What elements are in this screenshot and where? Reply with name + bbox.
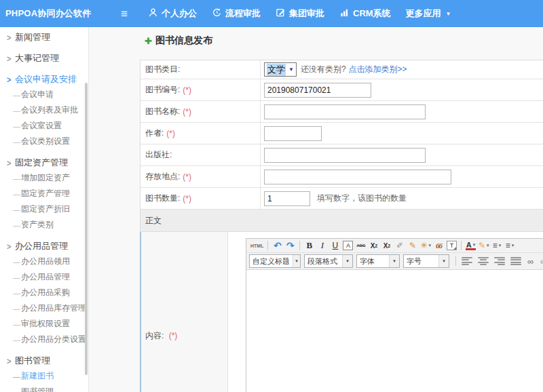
book-quantity-input[interactable] xyxy=(264,191,310,206)
chevron-right-icon: > xyxy=(7,241,15,251)
book-name-input[interactable] xyxy=(264,104,426,119)
toolbar-separator xyxy=(455,256,456,266)
author-input[interactable] xyxy=(264,126,322,141)
sidebar-item-sub[interactable]: —增加固定资产 xyxy=(0,170,88,186)
paragraph-format-select[interactable]: 段落格式▾ xyxy=(304,254,353,268)
underline-button[interactable]: U xyxy=(330,240,340,252)
field-value xyxy=(261,83,543,98)
publisher-input[interactable] xyxy=(264,148,426,163)
sidebar-item-sub[interactable]: —资产类别 xyxy=(0,217,88,233)
forecolor-box-button[interactable]: A xyxy=(343,241,353,250)
paste-text-button[interactable]: T xyxy=(447,241,457,250)
custom-title-select[interactable]: 自定义标题▾ xyxy=(249,254,301,268)
sidebar-item-sub[interactable]: —会议列表及审批 xyxy=(0,102,88,118)
highlight-button[interactable]: ✎▾ xyxy=(479,240,489,252)
form-row-book-name: 图书名称:(*) xyxy=(141,101,543,123)
toolbar-separator xyxy=(267,241,268,250)
sidebar-item-sub[interactable]: —办公用品领用 xyxy=(0,254,88,269)
sidebar-item-sub[interactable]: —固定资产管理 xyxy=(0,186,88,201)
italic-button[interactable]: I xyxy=(317,240,327,252)
font-color-button[interactable]: A▾ xyxy=(466,241,476,250)
sidebar-item-label: 办公用品领用 xyxy=(21,256,70,267)
undo-button[interactable]: ↶ xyxy=(272,240,282,252)
sidebar-item-group[interactable]: >会议申请及安排 xyxy=(0,72,88,87)
sidebar-item-group[interactable]: >图书管理 xyxy=(0,353,88,368)
form-row-storage-location: 存放地点:(*) xyxy=(141,166,543,188)
body-section-header: 正文 xyxy=(140,210,543,232)
sidebar-item-sub[interactable]: —审批权限设置 xyxy=(0,316,88,332)
field-label-text: 作者: xyxy=(145,128,164,139)
sidebar-item-sub[interactable]: —会议类别设置 xyxy=(0,134,88,149)
field-label-text: 出版社: xyxy=(145,149,172,161)
sidebar-item-sub[interactable]: —办公用品分类设置 xyxy=(0,332,88,347)
sidebar-item-sub[interactable]: —图书管理 xyxy=(0,384,88,392)
nav-item-crm-system[interactable]: CRM系统 xyxy=(339,7,391,20)
dropdown-arrow-icon: ▾ xyxy=(499,243,502,248)
caret-down-icon: ▼ xyxy=(446,11,451,17)
html-source-button[interactable]: HTML xyxy=(250,240,263,252)
sidebar-item-label: 固定资产折旧 xyxy=(21,203,70,215)
field-value xyxy=(261,104,543,119)
field-label-text: 图书名称: xyxy=(145,106,180,117)
align-left-button[interactable] xyxy=(462,257,472,265)
font-size-select[interactable]: 字号▾ xyxy=(403,254,449,268)
superscript-button[interactable]: X2 xyxy=(369,240,379,252)
dropdown-arrow-icon: ▾ xyxy=(429,243,432,248)
sidebar-item-label: 会议类别设置 xyxy=(21,136,70,147)
sidebar-item-sub[interactable]: —办公用品库存管理 xyxy=(0,300,88,316)
sidebar-scrollbar[interactable] xyxy=(85,83,88,375)
sidebar-item-group[interactable]: >新闻管理 xyxy=(0,30,88,45)
sidebar-item-label: 会议申请 xyxy=(21,89,54,100)
align-justify-button[interactable] xyxy=(510,257,521,265)
ordered-list-button[interactable]: ≡▾ xyxy=(492,240,502,252)
eraser-button[interactable]: ✐ xyxy=(394,240,405,252)
strikethrough-button[interactable]: ABC xyxy=(356,240,366,252)
editor-content-area[interactable] xyxy=(246,270,543,392)
align-right-button[interactable] xyxy=(494,257,505,265)
sidebar-item-sub[interactable]: —会议室设置 xyxy=(0,118,88,134)
sidebar-item-label: 办公用品库存管理 xyxy=(21,302,86,314)
link-button[interactable]: ∞ xyxy=(525,256,536,267)
dash-icon: — xyxy=(13,372,21,380)
dropdown-arrow-icon: ▾ xyxy=(487,243,489,248)
field-value: 填写数字，该图书的数量 xyxy=(261,191,543,206)
form-row-publisher: 出版社: xyxy=(141,144,543,166)
nav-item-personal-office[interactable]: 个人办公 xyxy=(148,7,197,20)
hamburger-menu-icon[interactable]: ≡ xyxy=(121,8,136,20)
dropdown-arrow-icon: ▾ xyxy=(512,243,514,248)
book-category-select[interactable]: 文学▼ xyxy=(264,62,297,77)
sidebar-item-sub[interactable]: —固定资产折旧 xyxy=(0,201,88,217)
sidebar-item-sub[interactable]: —新建图书 xyxy=(0,368,88,384)
remove-format-button[interactable]: ✳▾ xyxy=(420,240,431,252)
sidebar-item-label: 办公用品管理 xyxy=(15,240,68,252)
cycle-icon xyxy=(212,7,225,20)
bold-button[interactable]: B xyxy=(304,240,314,252)
field-value xyxy=(261,126,543,141)
unlink-button[interactable]: ∞× xyxy=(538,256,543,267)
redo-button[interactable]: ↷ xyxy=(285,240,295,252)
sidebar-item-sub[interactable]: —办公用品采购 xyxy=(0,285,88,300)
sidebar-item-group[interactable]: >办公用品管理 xyxy=(0,239,88,254)
field-value xyxy=(261,148,543,163)
book-number-input[interactable] xyxy=(264,83,371,98)
blockquote-button[interactable]: 66 xyxy=(434,240,444,252)
required-mark: (*) xyxy=(183,107,191,117)
align-center-button[interactable] xyxy=(478,257,489,265)
format-brush-button[interactable]: ✎ xyxy=(407,240,417,252)
nav-item-group-approval[interactable]: 集团审批 xyxy=(276,7,324,20)
sidebar-item-group[interactable]: >大事记管理 xyxy=(0,51,88,66)
person-icon xyxy=(148,7,162,20)
storage-location-input[interactable] xyxy=(264,170,451,184)
add-category-link[interactable]: 点击添加类别>> xyxy=(349,64,407,75)
sidebar-item-sub[interactable]: —办公用品管理 xyxy=(0,269,88,285)
sidebar-item-group[interactable]: >固定资产管理 xyxy=(0,155,88,170)
subscript-button[interactable]: X2 xyxy=(381,240,392,252)
page-title: ✚ 图书信息发布 xyxy=(145,35,212,47)
nav-item-more-apps[interactable]: 更多应用▼ xyxy=(406,7,451,20)
field-label: 图书名称:(*) xyxy=(141,101,261,122)
dash-icon: — xyxy=(13,305,21,313)
unordered-list-button[interactable]: ≡▾ xyxy=(505,240,515,252)
sidebar-item-sub[interactable]: —会议申请 xyxy=(0,87,88,102)
font-family-select[interactable]: 字体▾ xyxy=(356,254,400,268)
nav-item-workflow-approval[interactable]: 流程审批 xyxy=(212,7,261,20)
